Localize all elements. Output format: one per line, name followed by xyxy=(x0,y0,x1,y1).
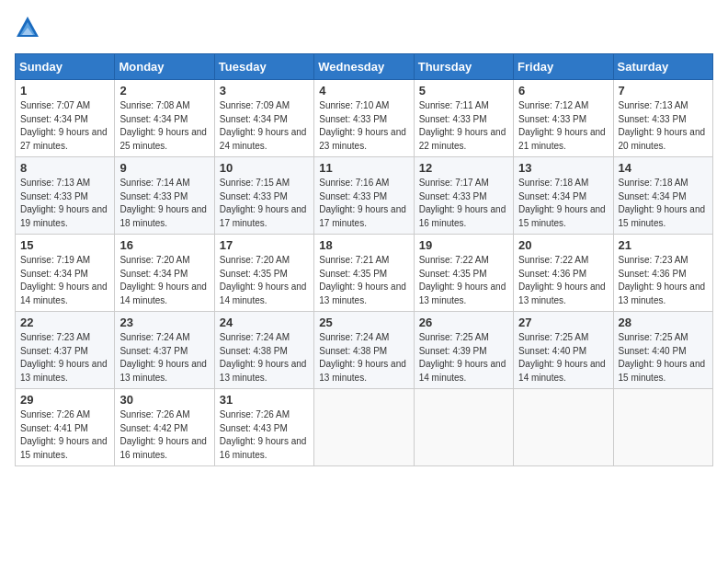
day-info: Sunrise: 7:24 AMSunset: 4:37 PMDaylight:… xyxy=(119,332,207,383)
day-info: Sunrise: 7:26 AMSunset: 4:42 PMDaylight:… xyxy=(119,409,207,460)
calendar-cell: 13Sunrise: 7:18 AMSunset: 4:34 PMDayligh… xyxy=(514,157,613,235)
day-info: Sunrise: 7:13 AMSunset: 4:33 PMDaylight:… xyxy=(20,178,108,228)
calendar-cell: 26Sunrise: 7:25 AMSunset: 4:39 PMDayligh… xyxy=(414,312,513,389)
day-number: 23 xyxy=(119,316,209,329)
day-number: 6 xyxy=(518,84,608,98)
calendar-cell xyxy=(613,389,712,466)
calendar-cell: 29Sunrise: 7:26 AMSunset: 4:41 PMDayligh… xyxy=(16,389,115,466)
column-header-wednesday: Wednesday xyxy=(314,54,414,80)
logo xyxy=(15,15,44,44)
day-number: 17 xyxy=(220,238,309,252)
calendar-cell: 5Sunrise: 7:11 AMSunset: 4:33 PMDaylight… xyxy=(414,80,513,157)
day-info: Sunrise: 7:26 AMSunset: 4:41 PMDaylight:… xyxy=(20,409,108,460)
calendar-cell: 11Sunrise: 7:16 AMSunset: 4:33 PMDayligh… xyxy=(314,157,414,235)
day-number: 1 xyxy=(20,84,109,98)
day-info: Sunrise: 7:23 AMSunset: 4:37 PMDaylight:… xyxy=(20,332,108,383)
calendar-cell xyxy=(514,389,613,466)
day-number: 29 xyxy=(20,393,109,407)
calendar-header-row: SundayMondayTuesdayWednesdayThursdayFrid… xyxy=(16,54,713,80)
day-number: 25 xyxy=(319,316,408,329)
day-number: 21 xyxy=(619,238,708,252)
day-number: 5 xyxy=(419,84,508,98)
day-info: Sunrise: 7:13 AMSunset: 4:33 PMDaylight:… xyxy=(619,100,706,151)
day-info: Sunrise: 7:16 AMSunset: 4:33 PMDaylight:… xyxy=(319,178,406,228)
calendar-cell: 12Sunrise: 7:17 AMSunset: 4:33 PMDayligh… xyxy=(414,157,513,235)
calendar-cell: 2Sunrise: 7:08 AMSunset: 4:34 PMDaylight… xyxy=(115,80,214,157)
calendar-cell: 14Sunrise: 7:18 AMSunset: 4:34 PMDayligh… xyxy=(613,157,712,235)
day-info: Sunrise: 7:07 AMSunset: 4:34 PMDaylight:… xyxy=(20,100,108,151)
calendar-week-row: 22Sunrise: 7:23 AMSunset: 4:37 PMDayligh… xyxy=(16,312,713,389)
calendar-cell: 8Sunrise: 7:13 AMSunset: 4:33 PMDaylight… xyxy=(16,157,115,235)
calendar-cell: 7Sunrise: 7:13 AMSunset: 4:33 PMDaylight… xyxy=(613,80,712,157)
day-info: Sunrise: 7:25 AMSunset: 4:40 PMDaylight:… xyxy=(619,332,706,383)
day-number: 13 xyxy=(518,161,608,175)
day-number: 30 xyxy=(119,393,209,407)
logo-icon xyxy=(15,15,40,44)
calendar-cell: 18Sunrise: 7:21 AMSunset: 4:35 PMDayligh… xyxy=(314,235,414,312)
day-number: 28 xyxy=(619,316,708,329)
day-number: 16 xyxy=(119,238,209,252)
calendar-table: SundayMondayTuesdayWednesdayThursdayFrid… xyxy=(15,53,713,466)
column-header-saturday: Saturday xyxy=(613,54,712,80)
calendar-cell: 10Sunrise: 7:15 AMSunset: 4:33 PMDayligh… xyxy=(214,157,313,235)
calendar-cell: 6Sunrise: 7:12 AMSunset: 4:33 PMDaylight… xyxy=(514,80,613,157)
day-number: 3 xyxy=(220,84,309,98)
day-info: Sunrise: 7:22 AMSunset: 4:35 PMDaylight:… xyxy=(419,255,506,305)
calendar-cell: 22Sunrise: 7:23 AMSunset: 4:37 PMDayligh… xyxy=(16,312,115,389)
calendar-cell: 17Sunrise: 7:20 AMSunset: 4:35 PMDayligh… xyxy=(214,235,313,312)
day-info: Sunrise: 7:24 AMSunset: 4:38 PMDaylight:… xyxy=(220,332,307,383)
day-number: 19 xyxy=(419,238,508,252)
day-info: Sunrise: 7:21 AMSunset: 4:35 PMDaylight:… xyxy=(319,255,406,305)
header xyxy=(15,15,713,44)
day-info: Sunrise: 7:23 AMSunset: 4:36 PMDaylight:… xyxy=(619,255,706,305)
day-info: Sunrise: 7:15 AMSunset: 4:33 PMDaylight:… xyxy=(220,178,307,228)
calendar-cell: 4Sunrise: 7:10 AMSunset: 4:33 PMDaylight… xyxy=(314,80,414,157)
calendar-week-row: 1Sunrise: 7:07 AMSunset: 4:34 PMDaylight… xyxy=(16,80,713,157)
day-number: 9 xyxy=(119,161,209,175)
day-info: Sunrise: 7:10 AMSunset: 4:33 PMDaylight:… xyxy=(319,100,406,151)
calendar-cell: 9Sunrise: 7:14 AMSunset: 4:33 PMDaylight… xyxy=(115,157,214,235)
calendar-cell: 30Sunrise: 7:26 AMSunset: 4:42 PMDayligh… xyxy=(115,389,214,466)
day-number: 10 xyxy=(220,161,309,175)
day-number: 27 xyxy=(518,316,608,329)
day-info: Sunrise: 7:24 AMSunset: 4:38 PMDaylight:… xyxy=(319,332,406,383)
day-number: 18 xyxy=(319,238,408,252)
day-number: 15 xyxy=(20,238,109,252)
day-number: 20 xyxy=(518,238,608,252)
column-header-thursday: Thursday xyxy=(414,54,513,80)
calendar-cell: 3Sunrise: 7:09 AMSunset: 4:34 PMDaylight… xyxy=(214,80,313,157)
day-info: Sunrise: 7:25 AMSunset: 4:40 PMDaylight:… xyxy=(518,332,606,383)
day-number: 8 xyxy=(20,161,109,175)
day-info: Sunrise: 7:08 AMSunset: 4:34 PMDaylight:… xyxy=(119,100,207,151)
column-header-tuesday: Tuesday xyxy=(214,54,313,80)
day-number: 7 xyxy=(619,84,708,98)
calendar-cell: 21Sunrise: 7:23 AMSunset: 4:36 PMDayligh… xyxy=(613,235,712,312)
day-number: 2 xyxy=(119,84,209,98)
column-header-friday: Friday xyxy=(514,54,613,80)
day-info: Sunrise: 7:12 AMSunset: 4:33 PMDaylight:… xyxy=(518,100,606,151)
calendar-cell xyxy=(314,389,414,466)
day-number: 12 xyxy=(419,161,508,175)
day-number: 31 xyxy=(220,393,309,407)
calendar-cell xyxy=(414,389,513,466)
day-number: 22 xyxy=(20,316,109,329)
day-info: Sunrise: 7:20 AMSunset: 4:34 PMDaylight:… xyxy=(119,255,207,305)
calendar-cell: 25Sunrise: 7:24 AMSunset: 4:38 PMDayligh… xyxy=(314,312,414,389)
day-info: Sunrise: 7:18 AMSunset: 4:34 PMDaylight:… xyxy=(518,178,606,228)
day-number: 14 xyxy=(619,161,708,175)
calendar-week-row: 8Sunrise: 7:13 AMSunset: 4:33 PMDaylight… xyxy=(16,157,713,235)
calendar-cell: 24Sunrise: 7:24 AMSunset: 4:38 PMDayligh… xyxy=(214,312,313,389)
day-info: Sunrise: 7:14 AMSunset: 4:33 PMDaylight:… xyxy=(119,178,207,228)
calendar-cell: 23Sunrise: 7:24 AMSunset: 4:37 PMDayligh… xyxy=(115,312,214,389)
day-info: Sunrise: 7:11 AMSunset: 4:33 PMDaylight:… xyxy=(419,100,506,151)
day-info: Sunrise: 7:09 AMSunset: 4:34 PMDaylight:… xyxy=(220,100,307,151)
day-number: 4 xyxy=(319,84,408,98)
day-number: 24 xyxy=(220,316,309,329)
calendar-cell: 20Sunrise: 7:22 AMSunset: 4:36 PMDayligh… xyxy=(514,235,613,312)
calendar-cell: 19Sunrise: 7:22 AMSunset: 4:35 PMDayligh… xyxy=(414,235,513,312)
day-info: Sunrise: 7:20 AMSunset: 4:35 PMDaylight:… xyxy=(220,255,307,305)
day-info: Sunrise: 7:22 AMSunset: 4:36 PMDaylight:… xyxy=(518,255,606,305)
day-info: Sunrise: 7:18 AMSunset: 4:34 PMDaylight:… xyxy=(619,178,706,228)
logo-container xyxy=(15,15,44,44)
day-info: Sunrise: 7:26 AMSunset: 4:43 PMDaylight:… xyxy=(220,409,307,460)
